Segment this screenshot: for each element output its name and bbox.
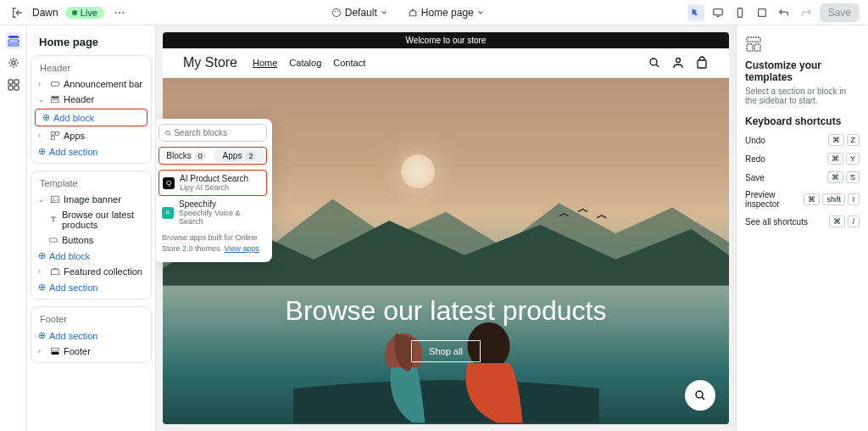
shortcut-label: Save [745, 173, 765, 182]
key: ⌘ [827, 171, 843, 183]
desktop-view-button[interactable] [709, 4, 726, 21]
svg-rect-37 [747, 44, 753, 51]
exit-button[interactable] [8, 4, 25, 21]
svg-rect-38 [754, 44, 760, 51]
redo-button[interactable] [798, 4, 815, 21]
search-fab[interactable] [685, 380, 715, 411]
svg-rect-7 [737, 8, 742, 17]
template-group-label: Template [31, 175, 151, 192]
hero-button[interactable]: Shop all [411, 340, 481, 362]
shortcut-row[interactable]: See all shortcuts⌘/ [745, 212, 860, 231]
sections-tab-icon[interactable] [5, 32, 22, 49]
svg-point-31 [676, 59, 681, 63]
popup-footer: Browse apps built for Online Store 2.0 t… [159, 229, 267, 257]
svg-point-4 [334, 10, 336, 12]
add-block-link[interactable]: ⊕Add block [31, 248, 151, 264]
key: shift [822, 193, 845, 205]
app-embeds-tab-icon[interactable] [5, 76, 22, 93]
search-icon[interactable] [648, 56, 661, 70]
svg-point-24 [53, 199, 55, 200]
fullscreen-button[interactable] [754, 4, 771, 21]
svg-rect-19 [52, 100, 59, 103]
nav-home[interactable]: Home [253, 58, 277, 68]
block-search[interactable] [159, 124, 267, 142]
nav-catalog[interactable]: Catalog [289, 58, 321, 68]
app-item-speechify[interactable]: ≡ SpeechifySpeechify Voice & Search [159, 196, 267, 229]
app-icon: ≡ [162, 207, 174, 219]
header-group-label: Header [31, 59, 151, 76]
plus-icon: ⊕ [42, 112, 50, 123]
svg-point-30 [650, 59, 657, 65]
undo-button[interactable] [776, 4, 793, 21]
svg-rect-14 [14, 80, 19, 84]
footer-section[interactable]: ›Footer [31, 344, 151, 359]
app-item-ai-product-search[interactable]: Q AI Product SearchLipy AI Search [159, 170, 267, 196]
image-banner-section[interactable]: ⌄Image banner [31, 192, 151, 207]
key: S [846, 171, 860, 183]
style-dropdown[interactable]: Default [326, 4, 392, 21]
shortcut-label: Redo [745, 154, 765, 164]
key: I [848, 193, 860, 205]
svg-rect-36 [747, 37, 760, 42]
block-search-input[interactable] [172, 126, 261, 139]
save-button[interactable]: Save [820, 3, 860, 22]
svg-point-29 [166, 131, 170, 135]
view-apps-link[interactable]: View apps [225, 244, 259, 253]
add-section-link[interactable]: ⊕Add section [31, 279, 151, 295]
svg-rect-28 [52, 348, 59, 350]
buttons-block[interactable]: Buttons [31, 232, 151, 248]
footer-group-label: Footer [31, 311, 151, 327]
add-section-link[interactable]: ⊕Add section [31, 143, 151, 160]
theme-settings-tab-icon[interactable] [5, 54, 22, 71]
svg-rect-32 [698, 60, 706, 68]
apps-section[interactable]: ›Apps [31, 128, 151, 143]
announcement-bar: Welcome to our store [163, 32, 729, 48]
key: / [848, 216, 860, 227]
svg-rect-11 [8, 44, 19, 46]
inspector-toggle[interactable] [687, 4, 704, 21]
svg-rect-9 [8, 36, 19, 38]
svg-point-0 [114, 11, 116, 13]
svg-point-3 [332, 8, 340, 16]
key: ⌘ [828, 134, 844, 146]
key: ⌘ [829, 216, 845, 227]
shortcut-row[interactable]: Save⌘S [745, 168, 860, 187]
shortcut-row[interactable]: Undo⌘Z [745, 131, 860, 149]
svg-rect-15 [8, 86, 13, 90]
header-icon [50, 94, 60, 104]
shortcut-label: See all shortcuts [745, 217, 808, 227]
add-section-link[interactable]: ⊕Add section [31, 327, 151, 344]
svg-rect-26 [52, 270, 59, 275]
svg-point-1 [119, 11, 120, 13]
more-menu-button[interactable] [111, 4, 128, 21]
featured-collection-section[interactable]: ›Featured collection [31, 264, 151, 279]
account-icon[interactable] [671, 56, 685, 70]
svg-rect-13 [8, 80, 13, 84]
app-icon: Q [163, 177, 175, 189]
nav-contact[interactable]: Contact [333, 58, 365, 68]
svg-point-35 [696, 391, 703, 398]
apps-tab[interactable]: Apps2 [214, 149, 264, 162]
svg-rect-10 [8, 40, 19, 42]
page-dropdown[interactable]: Home page [403, 4, 489, 21]
svg-point-12 [12, 61, 15, 64]
announcement-section[interactable]: ›Announcement bar [31, 76, 151, 92]
mobile-view-button[interactable] [732, 4, 748, 21]
button-icon [48, 235, 58, 245]
palette-icon [331, 8, 342, 18]
shortcut-row[interactable]: Preview inspector⌘shiftI [745, 187, 860, 212]
announcement-icon [50, 79, 60, 89]
plus-icon: ⊕ [38, 282, 46, 293]
footer-icon [50, 346, 60, 356]
plus-icon: ⊕ [38, 250, 46, 261]
blocks-tab[interactable]: Blocks0 [161, 149, 211, 162]
svg-rect-17 [52, 82, 59, 87]
cart-icon[interactable] [695, 56, 709, 70]
add-block-link[interactable]: ⊕Add block [36, 109, 147, 126]
shortcut-row[interactable]: Redo⌘Y [745, 149, 860, 168]
svg-point-2 [122, 11, 124, 13]
theme-name: Dawn [32, 7, 58, 19]
svg-rect-8 [758, 8, 765, 16]
heading-block[interactable]: Browse our latest products [31, 207, 151, 232]
header-section[interactable]: ⌄Header [31, 92, 151, 107]
